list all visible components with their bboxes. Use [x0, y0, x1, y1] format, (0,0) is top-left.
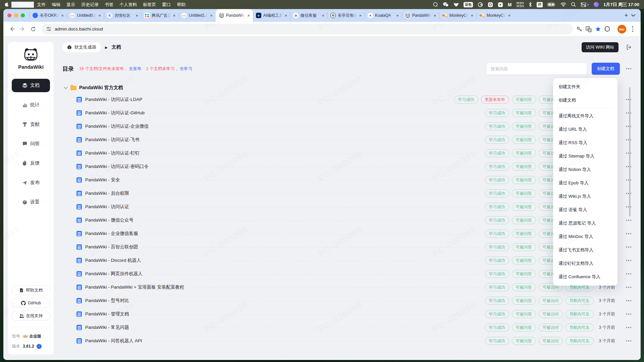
menubar-item[interactable]: 编辑	[49, 2, 63, 8]
tab-close-icon[interactable]: ×	[247, 13, 250, 18]
row-actions-button[interactable]	[625, 325, 632, 330]
doc-row[interactable]: PandaWiki - 企业微信客服学习成功可被问答可被访问导航内可见3 个月前	[62, 227, 632, 240]
profile-avatar[interactable]: wu	[618, 25, 626, 34]
tab-close-icon[interactable]: ×	[396, 13, 399, 18]
doc-name[interactable]: PandaWiki - 访问认证-LDAP	[85, 97, 142, 103]
row-actions-button[interactable]	[625, 124, 632, 129]
browser-tab[interactable]: ᴥKoalaQA×	[365, 9, 402, 22]
menu-item[interactable]: 通过 URL 导入	[553, 123, 618, 136]
tab-close-icon[interactable]: ×	[136, 13, 138, 18]
menu-item[interactable]: 通过 语雀 导入	[553, 203, 618, 217]
menubar-item[interactable]: 个人资料	[116, 2, 140, 8]
row-actions-button[interactable]	[625, 191, 632, 196]
doc-row[interactable]: PandaWiki - 型号对比学习成功可被问答可被访问导航内可见3 个月前	[62, 294, 632, 307]
doc-name[interactable]: PandaWiki - 访问认证-GitHub	[85, 110, 145, 116]
menu-item[interactable]: 通过离线文件导入	[553, 109, 618, 123]
doc-row[interactable]: PandaWiki - PandaWiki + 宝塔面板 安装配置教程学习成功可…	[62, 281, 632, 294]
menubar-item[interactable]: 显示	[63, 2, 78, 8]
menu-item[interactable]: 通过 MinDoc 导入	[553, 230, 618, 243]
doc-name[interactable]: PandaWiki - 访问认证-钉钉	[85, 150, 140, 156]
doc-row[interactable]: PandaWiki - Discord 机器人学习成功可被问答可被访问导航内可见…	[62, 254, 632, 267]
menu-item[interactable]: 创建文档	[553, 94, 618, 107]
doc-name[interactable]: PandaWiki - Discord 机器人	[85, 257, 141, 263]
doc-row[interactable]: PandaWiki - 访问认证-密码口令学习成功可被问答可被访问导航内可见3 …	[62, 160, 632, 173]
sidebar-item-layers[interactable]: 文档	[12, 79, 50, 92]
doc-row[interactable]: PandaWiki - 问答机器人 API学习成功可被问答可被访问导航内可见3 …	[62, 334, 632, 348]
sidebar-item-chart[interactable]: 统计	[12, 98, 50, 112]
sidebar-item-send[interactable]: 发布	[12, 176, 50, 189]
control-center-icon[interactable]	[581, 2, 589, 8]
menu-item[interactable]: 通过 RSS 导入	[553, 136, 618, 149]
forward-button[interactable]	[17, 24, 28, 34]
menu-item[interactable]: 创建文件夹	[553, 80, 618, 94]
row-actions-button[interactable]	[625, 258, 632, 263]
menu-item[interactable]: 通过 Wiki.js 导入	[553, 190, 618, 203]
siri-icon[interactable]	[594, 2, 599, 7]
tab-close-icon[interactable]: ×	[98, 13, 101, 18]
doc-name[interactable]: PandaWiki - 百智云联创团	[85, 244, 138, 250]
sidebar-item-hand[interactable]: 反馈	[12, 157, 50, 170]
doc-row[interactable]: PandaWiki - 访问认证-钉钉学习成功可被问答可被访问导航内可见3 个月…	[62, 146, 632, 160]
tab-close-icon[interactable]: ×	[284, 13, 287, 18]
menubar-item[interactable]: 窗口	[159, 2, 174, 8]
tab-close-icon[interactable]: ×	[173, 13, 175, 18]
visit-wiki-button[interactable]: 访问 WIKI 网站	[582, 42, 619, 52]
row-actions-button[interactable]	[625, 285, 632, 290]
row-actions-button[interactable]	[625, 110, 632, 116]
browser-tab[interactable]: ʘ‿MonkeyCo×	[439, 9, 476, 22]
doc-name[interactable]: PandaWiki - 常见问题	[85, 324, 129, 330]
menu-item[interactable]: 通过 思源笔记 导入	[553, 217, 618, 230]
more-actions-button[interactable]	[625, 66, 632, 71]
upgrade-icon[interactable]: ↑	[37, 344, 42, 349]
network-speed[interactable]: 0KB/s0KB/s	[516, 2, 524, 8]
chevron-down-icon[interactable]	[64, 86, 68, 89]
doc-row[interactable]: PandaWiki - 网页挂件机器人学习成功可被问答可被访问导航内可见3 个月…	[62, 267, 632, 281]
menu-item[interactable]: 通过 Sitemap 导入	[553, 149, 618, 163]
doc-name[interactable]: PandaWiki - PandaWiki + 宝塔面板 安装配置教程	[85, 284, 184, 290]
menubar-item[interactable]: 文件	[34, 2, 49, 8]
doc-row[interactable]: PandaWiki - 安全学习成功可被问答可被访问导航内可见3 个月前	[62, 173, 632, 187]
menubar-item[interactable]: Chrome	[11, 2, 34, 8]
doc-row[interactable]: PandaWiki - 常见问题学习成功可被问答可被访问导航内可见3 个月前	[62, 321, 632, 334]
doc-name[interactable]: PandaWiki - 访问认证-密码口令	[85, 164, 149, 170]
tab-close-icon[interactable]: ×	[322, 13, 324, 18]
tab-close-icon[interactable]: ×	[433, 13, 436, 18]
row-actions-button[interactable]	[625, 271, 632, 277]
menubar-item[interactable]: 历史记录	[78, 2, 102, 8]
adobe-cc-icon[interactable]	[478, 2, 483, 8]
close-window-button[interactable]	[7, 13, 11, 17]
doc-row[interactable]: PandaWiki - 百智云联创团学习成功可被问答可被访问导航内可见3 个月前	[62, 240, 632, 254]
browser-tab[interactable]: coUntitled1.i×	[178, 9, 216, 22]
tab-search-chevron-icon[interactable]	[631, 14, 635, 17]
doc-name[interactable]: PandaWiki - 管理文档	[85, 311, 129, 317]
zoom-window-button[interactable]	[21, 13, 25, 17]
qq-icon[interactable]	[433, 2, 438, 8]
logout-icon[interactable]	[626, 44, 632, 50]
menu-item[interactable]: 通过钉钉文档导入	[553, 257, 618, 270]
reload-button[interactable]	[28, 24, 38, 34]
row-actions-button[interactable]	[625, 137, 632, 142]
create-doc-button[interactable]: 创建文档	[592, 63, 620, 75]
bluetooth-icon[interactable]	[529, 2, 532, 8]
row-actions-button[interactable]	[625, 244, 632, 250]
browser-tab[interactable]: K含情社区×	[104, 9, 141, 22]
menu-item[interactable]: 通过 Confluence 导入	[553, 270, 618, 284]
row-actions-button[interactable]	[625, 311, 632, 317]
doc-row[interactable]: PandaWiki - 访问认证学习成功可被问答可被访问导航内可见3 个月前	[62, 200, 632, 214]
menubar-item[interactable]: 书签	[102, 2, 116, 8]
row-actions-button[interactable]	[625, 150, 632, 156]
doc-row[interactable]: PandaWiki - 后台权限学习成功可被问答可被访问导航内可见3 个月前	[62, 187, 632, 200]
sidebar-footer-github-button[interactable]: GitHub	[11, 298, 50, 308]
sidebar-item-trophy[interactable]: 贡献	[12, 118, 50, 131]
spotlight-icon[interactable]	[571, 2, 576, 8]
doc-row[interactable]: PandaWiki - 访问认证-LDAP学习成功更新未发布可被问答可被访问导航…	[62, 93, 632, 106]
tab-close-icon[interactable]: ×	[359, 13, 362, 18]
sidebar-footer-users-button[interactable]: 在线支持	[11, 311, 50, 321]
doc-name[interactable]: PandaWiki - 后台权限	[85, 190, 129, 196]
go-publish-link[interactable]: 去发布	[129, 66, 142, 72]
doubao-icon[interactable]: 豆包	[464, 2, 473, 7]
tab-close-icon[interactable]: ×	[508, 13, 511, 18]
doc-name[interactable]: PandaWiki - 访问认证-飞书	[85, 137, 140, 143]
browser-tab[interactable]: PandaWiki×	[216, 9, 253, 22]
row-actions-button[interactable]	[625, 218, 632, 223]
